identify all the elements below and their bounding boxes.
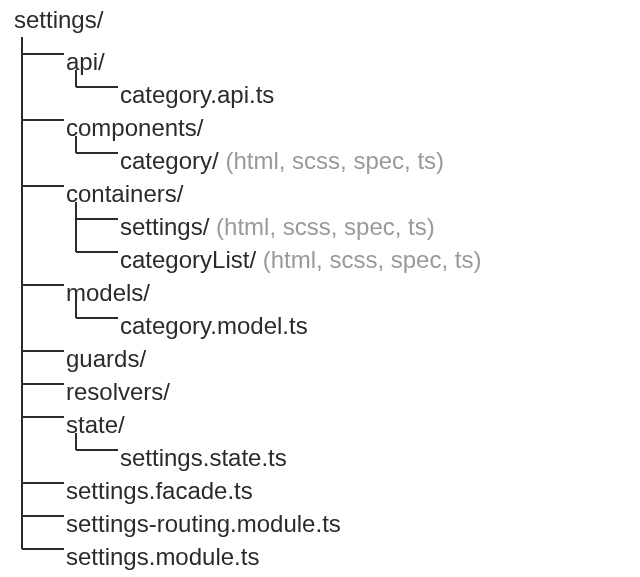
tree-row: category.api.ts xyxy=(12,70,640,103)
file-label: category.api.ts xyxy=(120,79,274,111)
tree-row: components/ xyxy=(12,103,640,136)
tree-root: settings/ xyxy=(12,4,640,37)
dir-label: settings/ xyxy=(120,211,209,243)
tree-row: api/ xyxy=(12,37,640,70)
file-label: settings.state.ts xyxy=(120,442,287,474)
dir-label: settings/ xyxy=(14,4,103,36)
file-label: category.model.ts xyxy=(120,310,308,342)
tree-row: settings/ (html, scss, spec, ts) xyxy=(12,202,640,235)
file-label: settings-routing.module.ts xyxy=(66,508,341,540)
dir-label: resolvers/ xyxy=(66,376,170,408)
tree-row: guards/ xyxy=(12,334,640,367)
dir-label: categoryList/ xyxy=(120,244,256,276)
file-tree: settings/ api/ category.api.ts component… xyxy=(0,0,640,565)
file-label: settings.facade.ts xyxy=(66,475,253,507)
dir-annotation: (html, scss, spec, ts) xyxy=(256,244,481,276)
file-label: settings.module.ts xyxy=(66,541,259,573)
tree-row: category.model.ts xyxy=(12,301,640,334)
tree-row: settings.facade.ts xyxy=(12,466,640,499)
dir-annotation: (html, scss, spec, ts) xyxy=(219,145,444,177)
tree-row: category/ (html, scss, spec, ts) xyxy=(12,136,640,169)
dir-annotation: (html, scss, spec, ts) xyxy=(209,211,434,243)
dir-label: guards/ xyxy=(66,343,146,375)
tree-row: settings.state.ts xyxy=(12,433,640,466)
dir-label: category/ xyxy=(120,145,219,177)
